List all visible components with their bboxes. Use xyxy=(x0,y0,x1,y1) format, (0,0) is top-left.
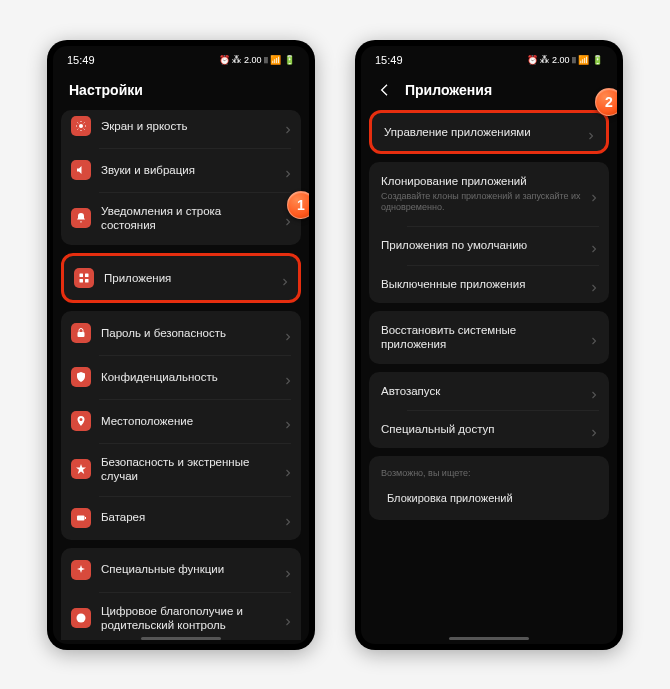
item-wellbeing[interactable]: Цифровое благополучие и родительский кон… xyxy=(61,592,301,641)
status-icons: ⏰ ⁂ 2.00 ⫴ 📶 🔋 xyxy=(219,55,295,66)
svg-rect-7 xyxy=(85,517,86,519)
settings-list: Экран и яркость Звуки и вибрация Уведомл… xyxy=(53,110,309,640)
item-default-apps[interactable]: Приложения по умолчанию xyxy=(369,226,609,264)
suggestion-title: Возможно, вы ищете: xyxy=(381,468,597,478)
item-label: Уведомления и строка состояния xyxy=(101,204,275,233)
item-clone-apps[interactable]: Клонирование приложений Создавайте клоны… xyxy=(369,162,609,226)
chevron-right-icon xyxy=(591,386,597,396)
item-label: Специальный доступ xyxy=(381,422,581,436)
apps-group-2: Восстановить системные приложения xyxy=(369,311,609,364)
header: Настройки xyxy=(53,74,309,110)
apps-list: Управление приложениями Клонирование при… xyxy=(361,110,617,640)
chevron-right-icon xyxy=(588,127,594,137)
svg-point-8 xyxy=(77,613,86,622)
suggestion-item[interactable]: Блокировка приложений xyxy=(381,488,597,508)
apps-group-3: Автозапуск Специальный доступ xyxy=(369,372,609,449)
item-display[interactable]: Экран и яркость xyxy=(61,110,301,148)
item-manage-apps-highlighted: Управление приложениями xyxy=(369,110,609,154)
svg-point-0 xyxy=(79,124,83,128)
location-icon xyxy=(71,411,91,431)
status-icons: ⏰ ⁂ 2.00 ⫴ 📶 🔋 xyxy=(527,55,603,66)
nav-bar[interactable] xyxy=(449,637,529,640)
item-password[interactable]: Пароль и безопасность xyxy=(61,311,301,355)
item-battery[interactable]: Батарея xyxy=(61,496,301,540)
sparkle-icon xyxy=(71,560,91,580)
item-privacy[interactable]: Конфиденциальность xyxy=(61,355,301,399)
wellbeing-icon xyxy=(71,608,91,628)
header: Приложения xyxy=(361,74,617,110)
star-icon xyxy=(71,459,91,479)
item-manage-apps[interactable]: Управление приложениями xyxy=(372,113,606,151)
chevron-right-icon xyxy=(285,372,291,382)
chevron-right-icon xyxy=(285,416,291,426)
status-bar: 15:49 ⏰ ⁂ 2.00 ⫴ 📶 🔋 xyxy=(53,46,309,74)
item-label: Безопасность и экстренные случаи xyxy=(101,455,275,484)
item-label: Приложения по умолчанию xyxy=(381,238,581,252)
svg-rect-4 xyxy=(85,279,89,283)
chevron-right-icon xyxy=(591,424,597,434)
item-label: Специальные функции xyxy=(101,562,275,576)
step-badge-2: 2 xyxy=(595,88,617,116)
item-special-access[interactable]: Специальный доступ xyxy=(369,410,609,448)
settings-group-special: Специальные функции Цифровое благополучи… xyxy=(61,548,301,641)
screen-right: 2 15:49 ⏰ ⁂ 2.00 ⫴ 📶 🔋 Приложения Управл… xyxy=(361,46,617,644)
lock-icon xyxy=(71,323,91,343)
suggestion-box: Возможно, вы ищете: Блокировка приложени… xyxy=(369,456,609,520)
settings-group-security: Пароль и безопасность Конфиденциальность… xyxy=(61,311,301,540)
item-label: Цифровое благополучие и родительский кон… xyxy=(101,604,275,633)
screen-left: 1 15:49 ⏰ ⁂ 2.00 ⫴ 📶 🔋 Настройки Экран и… xyxy=(53,46,309,644)
item-label: Звуки и вибрация xyxy=(101,163,275,177)
svg-rect-2 xyxy=(85,273,89,277)
item-label: Конфиденциальность xyxy=(101,370,275,384)
phone-left: 1 15:49 ⏰ ⁂ 2.00 ⫴ 📶 🔋 Настройки Экран и… xyxy=(47,40,315,650)
chevron-right-icon xyxy=(282,273,288,283)
status-time: 15:49 xyxy=(375,54,403,66)
chevron-right-icon xyxy=(591,279,597,289)
item-body: Клонирование приложений Создавайте клоны… xyxy=(381,174,581,214)
item-label: Автозапуск xyxy=(381,384,581,398)
item-label: Клонирование приложений xyxy=(381,174,581,188)
status-time: 15:49 xyxy=(67,54,95,66)
item-autostart[interactable]: Автозапуск xyxy=(369,372,609,410)
item-special-features[interactable]: Специальные функции xyxy=(61,548,301,592)
chevron-right-icon xyxy=(285,464,291,474)
sun-icon xyxy=(71,116,91,136)
grid-icon xyxy=(74,268,94,288)
battery-icon xyxy=(71,508,91,528)
item-label: Батарея xyxy=(101,510,275,524)
chevron-right-icon xyxy=(285,565,291,575)
item-label: Местоположение xyxy=(101,414,275,428)
page-title: Приложения xyxy=(405,82,492,98)
settings-group-display: Экран и яркость Звуки и вибрация Уведомл… xyxy=(61,110,301,245)
chevron-right-icon xyxy=(285,165,291,175)
item-label: Экран и яркость xyxy=(101,119,275,133)
item-label: Восстановить системные приложения xyxy=(381,323,581,352)
svg-rect-1 xyxy=(80,273,84,277)
item-disabled-apps[interactable]: Выключенные приложения xyxy=(369,265,609,303)
item-label: Управление приложениями xyxy=(384,125,578,139)
item-label: Пароль и безопасность xyxy=(101,326,275,340)
item-apps-highlighted: Приложения xyxy=(61,253,301,303)
chevron-right-icon xyxy=(591,189,597,199)
svg-rect-6 xyxy=(77,515,85,520)
svg-rect-3 xyxy=(80,279,84,283)
back-icon[interactable] xyxy=(377,82,393,98)
status-bar: 15:49 ⏰ ⁂ 2.00 ⫴ 📶 🔋 xyxy=(361,46,617,74)
item-label: Выключенные приложения xyxy=(381,277,581,291)
item-restore-system-apps[interactable]: Восстановить системные приложения xyxy=(369,311,609,364)
item-notifications[interactable]: Уведомления и строка состояния xyxy=(61,192,301,245)
bell-icon xyxy=(71,208,91,228)
chevron-right-icon xyxy=(285,613,291,623)
shield-icon xyxy=(71,367,91,387)
item-location[interactable]: Местоположение xyxy=(61,399,301,443)
chevron-right-icon xyxy=(591,332,597,342)
chevron-right-icon xyxy=(591,240,597,250)
page-title: Настройки xyxy=(69,82,143,98)
item-safety[interactable]: Безопасность и экстренные случаи xyxy=(61,443,301,496)
item-subtitle: Создавайте клоны приложений и запускайте… xyxy=(381,191,581,214)
item-apps[interactable]: Приложения xyxy=(64,256,298,300)
nav-bar[interactable] xyxy=(141,637,221,640)
chevron-right-icon xyxy=(285,328,291,338)
step-badge-1: 1 xyxy=(287,191,309,219)
item-sound[interactable]: Звуки и вибрация xyxy=(61,148,301,192)
